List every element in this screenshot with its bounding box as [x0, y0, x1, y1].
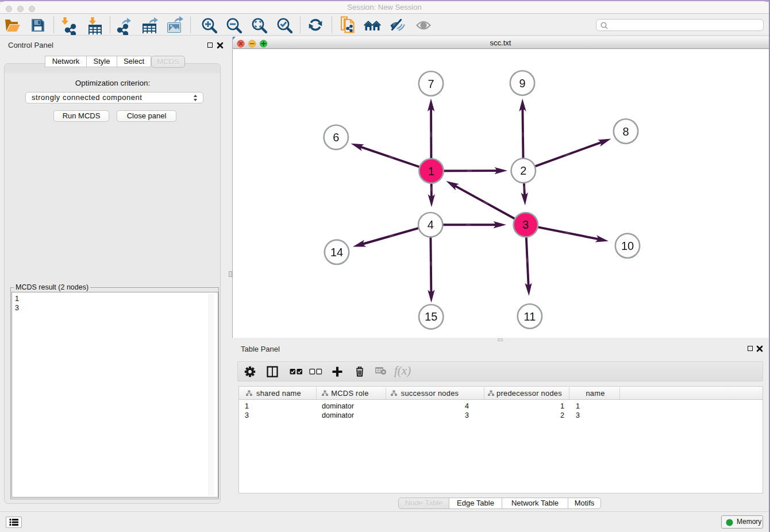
svg-text:1: 1 [428, 165, 434, 178]
svg-text:10: 10 [621, 240, 634, 252]
svg-text:15: 15 [425, 310, 437, 323]
svg-text:11: 11 [524, 310, 536, 323]
svg-text:2: 2 [520, 164, 526, 177]
svg-text:9: 9 [519, 77, 525, 90]
svg-text:4: 4 [428, 218, 434, 231]
svg-text:3: 3 [522, 218, 529, 231]
svg-text:7: 7 [428, 78, 434, 90]
svg-text:6: 6 [333, 131, 339, 144]
svg-text:14: 14 [330, 246, 343, 259]
svg-text:8: 8 [622, 125, 629, 138]
